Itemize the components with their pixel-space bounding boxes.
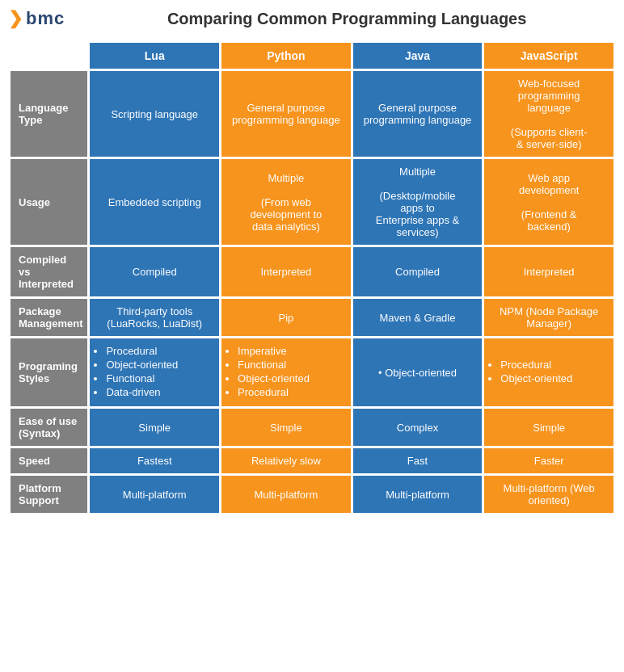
table-row: Programing Styles Procedural Object-orie…	[11, 338, 613, 406]
cell-language-java: General purpose programming language	[353, 71, 483, 157]
list-item: Object-oriented	[106, 359, 214, 371]
row-header-ease: Ease of use (Syntax)	[11, 409, 87, 446]
cell-platform-lua: Multi-platform	[90, 476, 219, 513]
table-row: Usage Embedded scripting Multiple(From w…	[11, 159, 613, 245]
table-row: Ease of use (Syntax) Simple Simple Compl…	[11, 409, 613, 446]
cell-compiled-python: Interpreted	[221, 247, 351, 296]
cell-speed-java: Fast	[353, 448, 483, 473]
list-item: Functional	[106, 372, 214, 384]
cell-compiled-java: Compiled	[353, 247, 483, 296]
cell-usage-python: Multiple(From webdevelopment todata anal…	[221, 159, 351, 245]
logo-chevron-icon: ❯	[8, 10, 23, 27]
table-row: Platform Support Multi-platform Multi-pl…	[11, 476, 613, 513]
cell-ease-python: Simple	[221, 409, 351, 446]
row-header-speed: Speed	[11, 448, 87, 473]
table-row: Compiled vs Interpreted Compiled Interpr…	[11, 247, 613, 296]
cell-speed-lua: Fastest	[90, 448, 219, 473]
table-header-row: Lua Python Java JavaScript	[11, 43, 613, 69]
cell-usage-js: Web appdevelopment(Frontend &backend)	[484, 159, 613, 245]
cell-package-java: Maven & Gradle	[353, 299, 483, 336]
list-item: Procedural	[500, 359, 609, 371]
cell-language-js: Web-focusedprogramminglanguage(Supports …	[484, 71, 613, 157]
table-row: Language Type Scripting language General…	[11, 71, 613, 157]
cell-usage-java: Multiple(Desktop/mobileapps toEnterprise…	[353, 159, 483, 245]
row-header-package: Package Management	[11, 299, 87, 336]
cell-platform-js: Multi-platform (Web oriented)	[484, 476, 613, 513]
cell-ease-java: Complex	[353, 409, 483, 446]
list-item: Object-oriented	[500, 372, 609, 384]
cell-speed-js: Faster	[484, 448, 613, 473]
list-item: Object-oriented	[238, 372, 346, 384]
row-header-platform: Platform Support	[11, 476, 87, 513]
list-item: Imperative	[238, 345, 346, 357]
cell-speed-python: Relatively slow	[221, 448, 351, 473]
row-header-compiled: Compiled vs Interpreted	[11, 247, 87, 296]
table-row: Speed Fastest Relatively slow Fast Faste…	[11, 448, 613, 473]
row-header-language-type: Language Type	[11, 71, 87, 157]
list-item: Procedural	[106, 345, 214, 357]
col-header-js: JavaScript	[484, 43, 613, 69]
cell-styles-lua: Procedural Object-oriented Functional Da…	[90, 338, 219, 406]
cell-styles-java: • Object-oriented	[353, 338, 483, 406]
list-item: Functional	[238, 359, 346, 371]
cell-package-js: NPM (Node Package Manager)	[484, 299, 613, 336]
col-header-python: Python	[221, 43, 351, 69]
cell-language-lua: Scripting language	[90, 71, 219, 157]
cell-compiled-js: Interpreted	[484, 247, 613, 296]
col-header-lua: Lua	[90, 43, 219, 69]
cell-language-python: General purpose programming language	[221, 71, 351, 157]
cell-package-python: Pip	[221, 299, 351, 336]
list-item: Data-driven	[106, 386, 214, 398]
cell-compiled-lua: Compiled	[90, 247, 219, 296]
cell-package-lua: Third-party tools (LuaRocks, LuaDist)	[90, 299, 219, 336]
cell-ease-js: Simple	[484, 409, 613, 446]
cell-platform-java: Multi-platform	[353, 476, 483, 513]
cell-styles-js: Procedural Object-oriented	[484, 338, 613, 406]
cell-ease-lua: Simple	[90, 409, 219, 446]
row-header-styles: Programing Styles	[11, 338, 87, 406]
page-title: Comparing Common Programming Languages	[78, 10, 616, 28]
list-item: Procedural	[238, 386, 346, 398]
logo: ❯ bmc	[8, 8, 65, 29]
table-row: Package Management Third-party tools (Lu…	[11, 299, 613, 336]
cell-usage-lua: Embedded scripting	[90, 159, 219, 245]
empty-header-cell	[11, 43, 87, 69]
row-header-usage: Usage	[11, 159, 87, 245]
page-header: ❯ bmc Comparing Common Programming Langu…	[8, 8, 616, 29]
logo-text: bmc	[26, 8, 65, 29]
col-header-java: Java	[353, 43, 483, 69]
comparison-table: Lua Python Java JavaScript Language Type…	[8, 40, 616, 515]
cell-platform-python: Multi-platform	[221, 476, 351, 513]
cell-styles-python: Imperative Functional Object-oriented Pr…	[221, 338, 351, 406]
